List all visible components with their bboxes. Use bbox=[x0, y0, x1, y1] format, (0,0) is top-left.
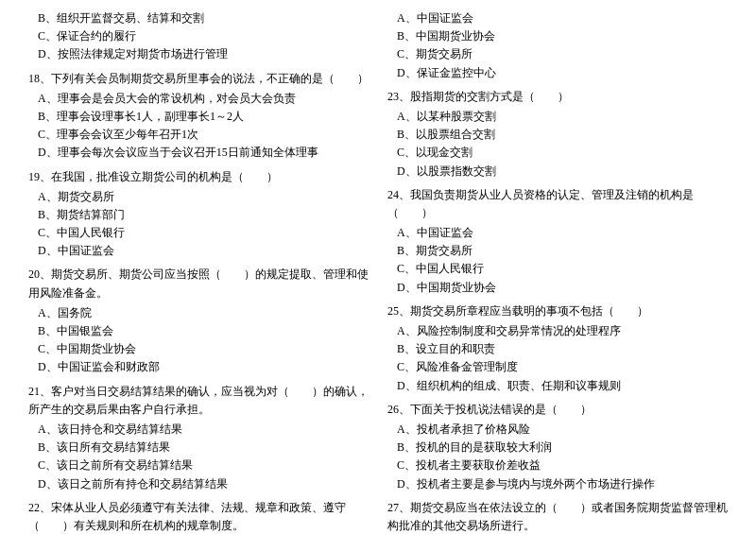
question-21-title: 21、客户对当日交易结算结果的确认，应当视为对（ ）的确认，所产生的交易后果由客… bbox=[28, 383, 369, 419]
question-block-right-cont: A、中国证监会 B、中国期货业协会 C、期货交易所 D、保证金监控中心 bbox=[387, 9, 728, 82]
r-option-b-qihye: B、中国期货业协会 bbox=[397, 27, 728, 45]
q25-option-b: B、设立目的和职责 bbox=[397, 340, 728, 358]
question-23: 23、股指期货的交割方式是（ ） A、以某种股票交割 B、以股票组合交割 C、以… bbox=[387, 88, 728, 181]
q25-option-d: D、组织机构的组成、职责、任期和议事规则 bbox=[397, 377, 728, 395]
question-20-title: 20、期货交易所、期货公司应当按照（ ）的规定提取、管理和使用风险准备金。 bbox=[28, 266, 369, 301]
q21-option-b: B、该日所有交易结算结果 bbox=[38, 439, 369, 456]
question-27: 27、期货交易应当在依法设立的（ ）或者国务院期货监督管理机构批准的其他交易场所… bbox=[387, 499, 728, 534]
question-22-title: 22、宋体从业人员必须遵守有关法律、法规、规章和政策、遵守（ ）有关规则和所在机… bbox=[28, 499, 369, 534]
q24-option-b: B、期货交易所 bbox=[397, 242, 728, 260]
q26-option-b: B、投机的目的是获取较大利润 bbox=[397, 439, 728, 456]
r-option-c-exchange: C、期货交易所 bbox=[397, 45, 728, 63]
q23-option-d: D、以股票指数交割 bbox=[397, 163, 728, 181]
question-18-title: 18、下列有关会员制期货交易所里事会的说法，不正确的是（ ） bbox=[28, 70, 369, 88]
question-23-title: 23、股指期货的交割方式是（ ） bbox=[387, 88, 728, 106]
q24-option-a: A、中国证监会 bbox=[397, 224, 728, 242]
question-24-title: 24、我国负责期货从业人员资格的认定、管理及注销的机构是（ ） bbox=[387, 186, 728, 222]
page-container: B、组织开监督交易、结算和交割 C、保证合约的履行 D、按照法律规定对期货市场进… bbox=[28, 9, 728, 534]
question-27-title: 27、期货交易应当在依法设立的（ ）或者国务院期货监督管理机构批准的其他交易场所… bbox=[387, 499, 728, 534]
question-22: 22、宋体从业人员必须遵守有关法律、法规、规章和政策、遵守（ ）有关规则和所在机… bbox=[28, 499, 369, 534]
q25-option-a: A、风险控制制度和交易异常情况的处理程序 bbox=[397, 322, 728, 340]
q24-option-c: C、中国人民银行 bbox=[397, 260, 728, 278]
question-26-title: 26、下面关于投机说法错误的是（ ） bbox=[387, 401, 728, 419]
q20-option-b: B、中国银监会 bbox=[38, 322, 369, 340]
question-block-cont: B、组织开监督交易、结算和交割 C、保证合约的履行 D、按照法律规定对期货市场进… bbox=[28, 9, 369, 64]
option-c-guarantee: C、保证合约的履行 bbox=[38, 27, 369, 45]
q26-option-c: C、投机者主要获取价差收益 bbox=[397, 456, 728, 474]
question-18: 18、下列有关会员制期货交易所里事会的说法，不正确的是（ ） A、理事会是会员大… bbox=[28, 70, 369, 163]
question-26: 26、下面关于投机说法错误的是（ ） A、投机者承担了价格风险 B、投机的目的是… bbox=[387, 401, 728, 493]
q18-option-b: B、理事会设理事长1人，副理事长1～2人 bbox=[38, 108, 369, 126]
r-option-a-zhongjian: A、中国证监会 bbox=[397, 9, 728, 27]
q19-option-c: C、中国人民银行 bbox=[38, 224, 369, 242]
question-25-title: 25、期货交易所章程应当载明的事项不包括（ ） bbox=[387, 302, 728, 320]
q26-option-a: A、投机者承担了价格风险 bbox=[397, 421, 728, 439]
question-21: 21、客户对当日交易结算结果的确认，应当视为对（ ）的确认，所产生的交易后果由客… bbox=[28, 383, 369, 493]
r-option-d-margin: D、保证金监控中心 bbox=[397, 64, 728, 82]
q20-option-c: C、中国期货业协会 bbox=[38, 340, 369, 358]
question-25: 25、期货交易所章程应当载明的事项不包括（ ） A、风险控制制度和交易异常情况的… bbox=[387, 302, 728, 395]
question-24: 24、我国负责期货从业人员资格的认定、管理及注销的机构是（ ） A、中国证监会 … bbox=[387, 186, 728, 297]
q21-option-a: A、该日持仓和交易结算结果 bbox=[38, 421, 369, 439]
q24-option-d: D、中国期货业协会 bbox=[397, 279, 728, 297]
option-d-law: D、按照法律规定对期货市场进行管理 bbox=[38, 45, 369, 63]
q20-option-a: A、国务院 bbox=[38, 304, 369, 322]
q23-option-a: A、以某种股票交割 bbox=[397, 108, 728, 126]
q23-option-b: B、以股票组合交割 bbox=[397, 126, 728, 144]
q18-option-a: A、理事会是会员大会的常设机构，对会员大会负责 bbox=[38, 90, 369, 108]
q25-option-c: C、风险准备金管理制度 bbox=[397, 358, 728, 376]
q18-option-c: C、理事会会议至少每年召开1次 bbox=[38, 126, 369, 144]
main-columns: B、组织开监督交易、结算和交割 C、保证合约的履行 D、按照法律规定对期货市场进… bbox=[28, 9, 728, 534]
q26-option-d: D、投机者主要是参与境内与境外两个市场进行操作 bbox=[397, 475, 728, 493]
q18-option-d: D、理事会每次会议应当于会议召开15日前通知全体理事 bbox=[38, 144, 369, 162]
question-20: 20、期货交易所、期货公司应当按照（ ）的规定提取、管理和使用风险准备金。 A、… bbox=[28, 266, 369, 376]
left-column: B、组织开监督交易、结算和交割 C、保证合约的履行 D、按照法律规定对期货市场进… bbox=[28, 9, 369, 534]
question-19-title: 19、在我国，批准设立期货公司的机构是（ ） bbox=[28, 168, 369, 186]
q19-option-d: D、中国证监会 bbox=[38, 242, 369, 260]
q19-option-b: B、期货结算部门 bbox=[38, 206, 369, 224]
q19-option-a: A、期货交易所 bbox=[38, 188, 369, 206]
right-column: A、中国证监会 B、中国期货业协会 C、期货交易所 D、保证金监控中心 23、股… bbox=[387, 9, 728, 534]
q21-option-c: C、该日之前所有交易结算结果 bbox=[38, 456, 369, 474]
question-19: 19、在我国，批准设立期货公司的机构是（ ） A、期货交易所 B、期货结算部门 … bbox=[28, 168, 369, 261]
q23-option-c: C、以现金交割 bbox=[397, 144, 728, 162]
option-b-org: B、组织开监督交易、结算和交割 bbox=[38, 9, 369, 27]
q21-option-d: D、该日之前所有持仓和交易结算结果 bbox=[38, 475, 369, 493]
q20-option-d: D、中国证监会和财政部 bbox=[38, 358, 369, 376]
